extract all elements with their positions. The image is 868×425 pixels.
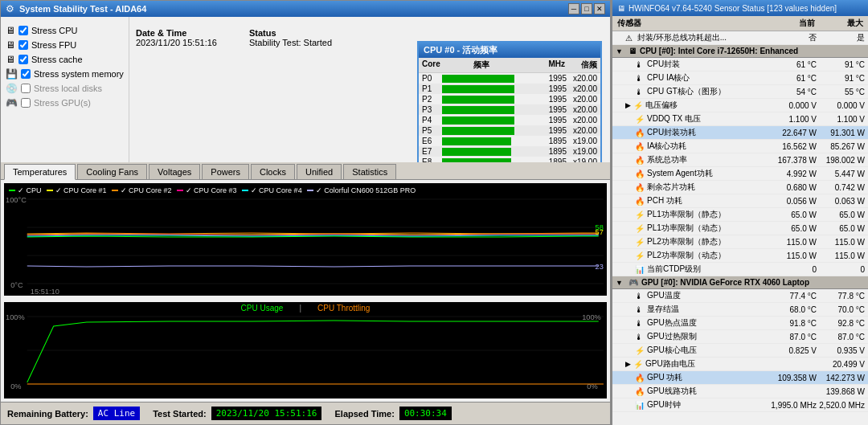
gpu-sensor-row[interactable]: 🌡 显存结温 68.0 °C 70.0 °C	[612, 303, 868, 317]
expand-icon[interactable]: ▶	[625, 360, 631, 368]
sensor-row-max: 91.301 W	[817, 129, 865, 137]
cpu-expand-icon[interactable]: ▼	[616, 47, 623, 55]
sensor-row-name: 系统总功率	[647, 154, 752, 166]
cpu-sensor-row[interactable]: 🌡 CPU封装 61 °C 91 °C	[612, 58, 868, 72]
tab-temperatures[interactable]: Temperatures	[4, 164, 76, 180]
cpu-group-header[interactable]: ▼ 🖥 CPU [#0]: Intel Core i7-12650H: Enha…	[612, 45, 868, 58]
stress-cpu-checkbox[interactable]	[18, 26, 28, 35]
sidebar-item-stress-gpu[interactable]: 🎮 Stress GPU(s)	[6, 96, 124, 110]
sidebar-item-stress-memory[interactable]: 💾 Stress system memory	[6, 67, 124, 81]
gpu-group-header[interactable]: ▼ 🎮 GPU [#0]: NVIDIA GeForce RTX 4060 La…	[612, 276, 868, 289]
sensor-type-icon: 🔥	[635, 129, 645, 137]
svg-text:0%: 0%	[10, 382, 21, 390]
core2-legend-dot	[112, 190, 118, 191]
sensor-type-icon: ⚡	[635, 210, 645, 219]
sensor-row-name: GPU温度	[647, 290, 752, 301]
sensor-row-name: CPU封装	[647, 59, 752, 70]
tab-unified[interactable]: Unified	[297, 164, 342, 179]
sidebar-item-stress-disks[interactable]: 💿 Stress local disks	[6, 81, 124, 96]
cpu-bar-container: P4	[422, 116, 534, 125]
stress-memory-checkbox[interactable]	[21, 69, 31, 79]
stress-cache-checkbox[interactable]	[18, 55, 28, 64]
tab-statistics[interactable]: Statistics	[343, 164, 396, 179]
minimize-button[interactable]: ─	[568, 3, 579, 14]
gpu-icon: 🎮	[6, 97, 18, 108]
elapsed-status: Elapsed Time: 00:30:34	[334, 407, 451, 420]
cpu-core-row: P1 1995 x20.00	[419, 84, 600, 94]
cpu-sensor-row[interactable]: ⚡ PL2功率限制（动态） 115.0 W 115.0 W	[612, 249, 868, 263]
tab-clocks[interactable]: Clocks	[251, 164, 295, 179]
gpu-sensor-row[interactable]: 📊 GPU时钟 1,995.0 MHz 2,520.0 MHz	[612, 398, 868, 412]
warning-icon: ⚠	[625, 34, 635, 43]
close-button[interactable]: ✕	[594, 3, 605, 14]
core1-legend-label: ✓ CPU Core #1	[55, 186, 107, 194]
cpu-sensor-row[interactable]: ▶ ⚡ 电压偏移 0.000 V 0.000 V	[612, 99, 868, 112]
gpu-sensor-row[interactable]: 🌡 GPU热点温度 91.8 °C 92.8 °C	[612, 317, 868, 330]
cpu-sensor-row[interactable]: ⚡ PL2功率限制（静态） 115.0 W 115.0 W	[612, 235, 868, 249]
cpu-sensor-row[interactable]: ⚡ PL1功率限制（动态） 65.0 W 65.0 W	[612, 222, 868, 235]
svg-text:100%: 100%	[582, 313, 601, 321]
sensor-row-max: 0.063 W	[817, 197, 865, 206]
tab-voltages[interactable]: Voltages	[149, 164, 200, 179]
freq-bar-header: 频率	[473, 59, 525, 71]
mhz-header: MHz	[525, 59, 565, 71]
test-label: Test Started:	[153, 409, 206, 419]
gpu-sensor-row[interactable]: 🌡 GPU温度 77.4 °C 77.8 °C	[612, 289, 868, 303]
cpu-sensor-row[interactable]: 🌡 CPU GT核心（图形） 54 °C 55 °C	[612, 85, 868, 99]
sensor-row-current: 77.4 °C	[752, 292, 817, 300]
mult-header: 倍频	[565, 59, 597, 71]
cpu-mult-value: x19.00	[567, 157, 597, 162]
cpu-mhz-value: 1995	[534, 74, 567, 83]
cpu-sensor-row[interactable]: 🔥 系统总功率 167.378 W 198.002 W	[612, 153, 868, 167]
sensor-type-icon: 🌡	[635, 319, 645, 328]
sidebar-item-stress-fpu[interactable]: 🖥 Stress FPU	[6, 38, 124, 52]
aida64-titlebar: ⚙ System Stability Test - AIDA64 ─ □ ✕	[1, 1, 610, 17]
core4-legend-label: ✓ CPU Core #4	[251, 186, 302, 194]
tab-powers[interactable]: Powers	[202, 164, 249, 179]
gpu-sensor-row[interactable]: ▶ ⚡ GPU路由电压 20.499 V	[612, 358, 868, 371]
gpu-sensor-row[interactable]: 🔥 GPU线路功耗 139.868 W	[612, 385, 868, 398]
cpu-bar-container: P3	[422, 105, 534, 114]
sensor-type-icon: ⚡	[635, 346, 645, 355]
gpu-expand-icon[interactable]: ▼	[616, 279, 623, 287]
sensor-row-max: 85.267 W	[817, 142, 865, 151]
cpu-bar-container: P1	[422, 84, 534, 93]
temperature-chart: ✓ CPU ✓ CPU Core #1 ✓ CPU Core #2 ✓ CPU …	[4, 183, 607, 296]
gpu-sensor-row[interactable]: 🔥 GPU 功耗 109.358 W 142.273 W	[612, 371, 868, 385]
cpu-sensor-row[interactable]: ⚡ VDDQ TX 电压 1.100 V 1.100 V	[612, 112, 868, 126]
gpu-sensor-row[interactable]: ⚡ GPU核心电压 0.825 V 0.935 V	[612, 344, 868, 358]
stress-disks-checkbox[interactable]	[21, 84, 31, 93]
core4-legend-dot	[242, 190, 248, 191]
cpu-sensor-row[interactable]: 🔥 IA核心功耗 16.562 W 85.267 W	[612, 140, 868, 153]
date-label: Date & Time	[136, 28, 217, 38]
cpu-core-label: P3	[422, 105, 440, 114]
gpu-sensor-row[interactable]: 🌡 GPU过热限制 87.0 °C 87.0 °C	[612, 330, 868, 344]
svg-text:23: 23	[596, 263, 604, 271]
cpu-sensor-row[interactable]: 🔥 CPU封装功耗 22.647 W 91.301 W	[612, 126, 868, 140]
cpu-mult-value: x20.00	[567, 95, 597, 104]
cpu-sensor-row[interactable]: 🔥 System Agent功耗 4.992 W 5.447 W	[612, 167, 868, 181]
cpu-mult-value: x19.00	[567, 137, 597, 145]
stress-fpu-checkbox[interactable]	[18, 40, 28, 50]
sensor-type-icon: 🔥	[635, 197, 645, 206]
cpu-core-row: P4 1995 x20.00	[419, 115, 600, 125]
global-warning-row[interactable]: ⚠ 封装/环形总线功耗超出... 否 是	[612, 31, 868, 45]
sidebar-item-stress-cpu[interactable]: 🖥 Stress CPU	[6, 23, 124, 38]
maximize-button[interactable]: □	[581, 3, 592, 14]
sensor-type-icon: 🌡	[635, 333, 645, 341]
cpu-sensor-row[interactable]: 🔥 PCH 功耗 0.056 W 0.063 W	[612, 194, 868, 208]
cpu-mhz-value: 1995	[534, 95, 567, 104]
cpu-sensor-row[interactable]: 🌡 CPU IA核心 61 °C 91 °C	[612, 72, 868, 85]
cache-icon: 🖥	[6, 54, 15, 65]
cpu-sensor-row[interactable]: 🔥 剩余芯片功耗 0.680 W 0.742 W	[612, 181, 868, 194]
sensor-row-name: GPU过热限制	[647, 331, 752, 342]
tab-cooling-fans[interactable]: Cooling Fans	[77, 164, 147, 179]
cpu-sensor-row[interactable]: ⚡ PL1功率限制（静态） 65.0 W 65.0 W	[612, 208, 868, 222]
sidebar-item-stress-cache[interactable]: 🖥 Stress cache	[6, 52, 124, 67]
cpu-sensor-row[interactable]: 📊 当前CTDP级别 0 0	[612, 263, 868, 276]
stress-gpu-checkbox[interactable]	[21, 98, 31, 108]
sensor-list: ⚠ 封装/环形总线功耗超出... 否 是 ▼ 🖥 CPU [#0]: Intel…	[612, 31, 868, 425]
sensor-type-icon: 🔥	[635, 156, 645, 165]
expand-icon[interactable]: ▶	[625, 101, 631, 109]
stress-cpu-label: Stress CPU	[31, 26, 77, 35]
